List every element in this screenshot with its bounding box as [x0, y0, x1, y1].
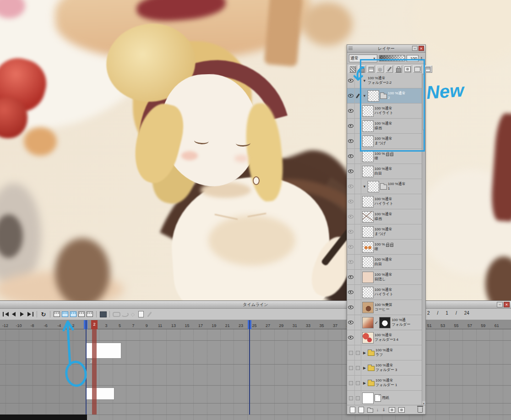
layer-thumbnail[interactable]: [362, 211, 374, 223]
visibility-checkbox[interactable]: [349, 366, 353, 370]
layer-row[interactable]: 100 %通常ハイライト: [347, 285, 422, 300]
layer-row[interactable]: 100 %瞳: [347, 240, 422, 255]
layer-row[interactable]: 100 %通常白目: [347, 164, 422, 179]
timeline-ruler[interactable]: -12-10-8-6-4-201357911131517192123252729…: [0, 320, 511, 329]
indicator-checkbox[interactable]: [356, 396, 360, 400]
playhead[interactable]: [92, 329, 97, 415]
layer-visibility-cell[interactable]: [347, 209, 355, 224]
new-timeline-button[interactable]: [53, 310, 61, 318]
layer-thumbnail[interactable]: [362, 166, 374, 177]
play-button[interactable]: [18, 310, 26, 318]
layer-thumbnail[interactable]: [362, 302, 374, 313]
layer-visibility-cell[interactable]: [347, 391, 355, 405]
layer-row[interactable]: ▼100 %通常フォルダー2-2: [347, 73, 422, 88]
opacity-spinner[interactable]: ▲ ▼: [420, 56, 423, 60]
collapse-icon[interactable]: ▼: [362, 94, 367, 98]
spin-down-icon[interactable]: ▼: [420, 58, 423, 60]
layer-row[interactable]: ▶100 %通常ラフ: [347, 345, 422, 360]
layer-thumbnail[interactable]: [362, 393, 374, 404]
visibility-checkbox[interactable]: [349, 351, 353, 355]
expand-icon[interactable]: ▶: [362, 366, 367, 370]
batch-specify-cels-button[interactable]: [86, 310, 94, 318]
indicator-checkbox[interactable]: [356, 381, 360, 385]
layer-row[interactable]: ✓100 %通フォルダー: [347, 315, 422, 330]
new-raster-layer-button[interactable]: [350, 407, 355, 413]
layer-row[interactable]: ▶100 %通常フォルダー 1: [347, 376, 422, 391]
split-palette-button[interactable]: [424, 65, 432, 73]
layer-visibility-cell[interactable]: [347, 88, 355, 103]
layer-visibility-cell[interactable]: [347, 164, 355, 179]
apply-layer-mask-button[interactable]: [398, 407, 405, 413]
layer-thumbnail[interactable]: [362, 151, 374, 162]
add-keyframe-button[interactable]: ◇: [129, 310, 137, 318]
layer-visibility-cell[interactable]: [347, 270, 355, 284]
last-frame-button[interactable]: [26, 310, 34, 318]
layer-thumbnail[interactable]: [362, 196, 374, 207]
clip-to-layer-below-icon[interactable]: [367, 65, 375, 73]
layer-thumbnail[interactable]: [362, 241, 374, 253]
opacity-value[interactable]: 100: [407, 55, 419, 62]
layer-row[interactable]: 100 %通常ハイライト: [347, 104, 422, 119]
new-layer-folder-button[interactable]: [367, 407, 373, 413]
play-reverse-button[interactable]: [10, 310, 18, 318]
loop-play-button[interactable]: ↻: [39, 310, 48, 318]
layer-row[interactable]: 100 %通常線画: [347, 209, 422, 224]
indicator-checkbox[interactable]: [356, 351, 360, 355]
layer-row[interactable]: 100 %通常まつげ: [347, 134, 422, 149]
layer-row[interactable]: 100 %瞳: [347, 149, 422, 164]
visibility-checkbox[interactable]: [349, 396, 353, 400]
specify-cel-button[interactable]: [77, 310, 86, 318]
timeline-titlebar[interactable]: タイムライン − ×: [0, 301, 511, 309]
layer-color-button[interactable]: [413, 65, 422, 73]
layer-visibility-cell[interactable]: [347, 300, 355, 315]
new-vector-layer-button[interactable]: [359, 407, 364, 413]
layer-row[interactable]: 100 %乗算コーヒー: [347, 300, 422, 315]
transparent-pixel-lock-icon[interactable]: [349, 65, 356, 73]
link-camera-button[interactable]: [112, 310, 120, 318]
layer-visibility-cell[interactable]: [347, 255, 355, 269]
layer-visibility-cell[interactable]: [347, 119, 355, 133]
layer-thumbnail[interactable]: [368, 90, 379, 102]
expand-icon[interactable]: ▶: [362, 381, 367, 385]
layers-scrollbar-thumb[interactable]: [423, 74, 425, 130]
merge-with-lower-layer-button[interactable]: ⇓: [382, 407, 386, 412]
layers-minimize-button[interactable]: −: [412, 46, 418, 51]
timeline-tracks[interactable]: [0, 329, 511, 420]
first-frame-button[interactable]: [1, 310, 10, 318]
transfer-to-lower-layer-button[interactable]: ↓: [376, 407, 379, 412]
layer-visibility-cell[interactable]: [347, 345, 355, 360]
timeline-minimize-button[interactable]: −: [497, 302, 503, 307]
layer-visibility-cell[interactable]: [347, 285, 355, 300]
collapse-icon[interactable]: ▼: [362, 185, 367, 189]
layer-visibility-cell[interactable]: [347, 73, 355, 88]
layer-row[interactable]: 100 %通常目隠し: [347, 270, 422, 285]
layer-thumbnail[interactable]: [362, 256, 374, 268]
layer-thumbnail[interactable]: [362, 226, 374, 238]
layer-thumbnail[interactable]: [368, 181, 379, 192]
layers-titlebar[interactable]: レイヤー − ×: [347, 45, 425, 53]
delete-layer-button[interactable]: [418, 407, 423, 413]
expand-icon[interactable]: ▶: [362, 351, 367, 355]
new-animation-cel-button[interactable]: [69, 310, 77, 318]
layer-visibility-cell[interactable]: [347, 194, 355, 209]
layer-visibility-cell[interactable]: [347, 224, 355, 239]
visibility-checkbox[interactable]: [349, 381, 353, 385]
layer-visibility-cell[interactable]: [347, 179, 355, 194]
layers-scrollbar[interactable]: ▼: [422, 73, 425, 406]
layer-thumbnail[interactable]: [362, 272, 374, 283]
timeline-clip[interactable]: [86, 343, 121, 359]
timeline-clip[interactable]: [86, 387, 114, 400]
curve-interpolation-button[interactable]: [120, 310, 129, 318]
layer-visibility-cell[interactable]: [347, 134, 355, 148]
layer-row[interactable]: ▼100 %通常1: [347, 179, 422, 194]
layer-visibility-cell[interactable]: [347, 330, 355, 345]
blend-mode-dropdown[interactable]: 通常 ▼: [349, 55, 377, 62]
layer-visibility-cell[interactable]: [347, 149, 355, 164]
opacity-slider[interactable]: [379, 55, 405, 61]
layer-thumbnail[interactable]: [362, 136, 374, 147]
layer-thumbnail[interactable]: [362, 105, 374, 117]
layer-row[interactable]: 100 %通常白目: [347, 255, 422, 270]
create-layer-mask-button[interactable]: [389, 407, 395, 413]
layer-thumbnail[interactable]: [362, 332, 374, 344]
layer-row[interactable]: 100 %通常ハイライト: [347, 194, 422, 209]
